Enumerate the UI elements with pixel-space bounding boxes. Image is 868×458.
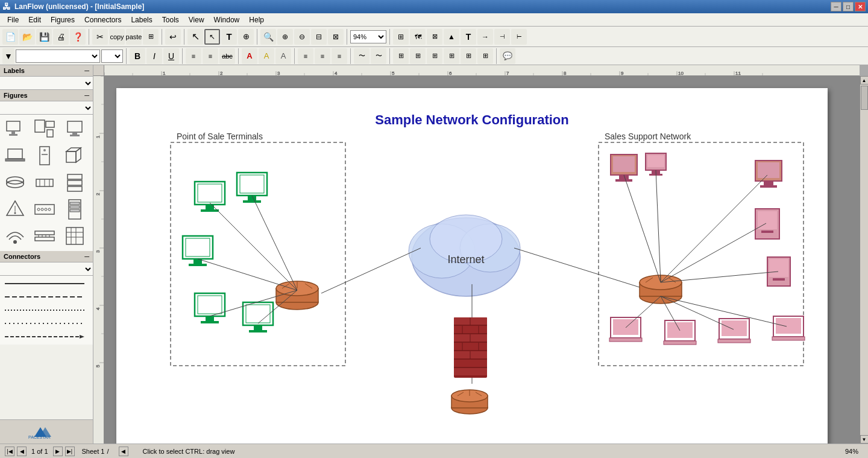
- style-dropdown-button[interactable]: ▼: [2, 48, 14, 64]
- sales-device-2[interactable]: [767, 257, 790, 286]
- undo-button[interactable]: ↩: [165, 29, 181, 45]
- note-button[interactable]: 💬: [500, 48, 515, 64]
- sales-laptop-4[interactable]: [772, 316, 805, 340]
- print-button[interactable]: 🖨: [53, 29, 69, 45]
- group1[interactable]: ⊞: [393, 48, 409, 64]
- sales-laptop-3[interactable]: [718, 319, 750, 343]
- zoom-in-button[interactable]: 🔍: [260, 29, 276, 45]
- group4[interactable]: ⊞: [444, 48, 459, 64]
- first-page-button[interactable]: |◀: [5, 447, 14, 456]
- text-label[interactable]: T: [461, 29, 476, 45]
- group6[interactable]: ⊞: [477, 48, 493, 64]
- figure-tower[interactable]: [32, 144, 57, 169]
- figures-dropdown[interactable]: [0, 101, 93, 115]
- menu-edit[interactable]: Edit: [24, 14, 46, 25]
- select-tool[interactable]: ↖: [187, 29, 203, 45]
- text-align1[interactable]: ≡: [298, 48, 313, 64]
- zoom-select[interactable]: 50% 75% 94% 100% 125% 150% 200%: [350, 30, 386, 43]
- paste-special-button[interactable]: ⊞: [143, 29, 159, 45]
- group3[interactable]: ⊞: [427, 48, 442, 64]
- figure-router[interactable]: [2, 170, 28, 196]
- copy-button[interactable]: copy: [109, 29, 125, 45]
- menu-labels[interactable]: Labels: [126, 14, 157, 25]
- connector-arrow[interactable]: [2, 332, 87, 341]
- next-page-button[interactable]: ▶: [53, 447, 63, 456]
- pos-terminal-4[interactable]: [195, 293, 225, 323]
- figures-header[interactable]: Figures ─: [0, 90, 93, 101]
- align-left[interactable]: ≡: [186, 48, 201, 64]
- bold-button[interactable]: B: [130, 48, 145, 64]
- scroll-up-button[interactable]: ▲: [860, 76, 869, 84]
- sales-laptop-1[interactable]: [609, 317, 642, 342]
- text-tool[interactable]: T: [221, 29, 237, 45]
- internet-cloud[interactable]: Internet: [409, 215, 520, 296]
- zoom-in2-button[interactable]: ⊕: [277, 29, 293, 45]
- menu-figures[interactable]: Figures: [46, 14, 80, 25]
- underline-button[interactable]: U: [163, 48, 179, 64]
- paste-button[interactable]: paste: [126, 29, 142, 45]
- scroll-left-button[interactable]: ◀: [119, 447, 128, 456]
- connector-dashed1[interactable]: [2, 293, 87, 301]
- menu-tools[interactable]: Tools: [157, 14, 184, 25]
- menu-file[interactable]: File: [2, 14, 24, 25]
- menu-window[interactable]: Window: [209, 14, 245, 25]
- last-page-button[interactable]: ▶|: [65, 447, 75, 456]
- prev-page-button[interactable]: ◀: [17, 447, 27, 456]
- figure-patch-panel[interactable]: [32, 197, 57, 222]
- arrow-right[interactable]: →: [477, 29, 493, 45]
- line-color[interactable]: A: [275, 48, 291, 64]
- figure-workstation[interactable]: [32, 117, 57, 142]
- pos-terminal-5[interactable]: [243, 302, 273, 332]
- drawing-canvas[interactable]: Sample Network Configuration Point of Sa…: [104, 76, 860, 444]
- figure-gateway[interactable]: [2, 197, 28, 222]
- zoom-out-button[interactable]: ⊖: [294, 29, 310, 45]
- sales-pc-3[interactable]: [755, 161, 782, 188]
- minimize-button[interactable]: ─: [831, 2, 841, 11]
- fill-color[interactable]: A: [259, 48, 274, 64]
- router-bottom[interactable]: [451, 390, 488, 414]
- sales-pc-1[interactable]: [611, 154, 637, 182]
- text-align2[interactable]: ≡: [315, 48, 330, 64]
- text-align3[interactable]: ≡: [332, 48, 347, 64]
- menu-view[interactable]: View: [184, 14, 209, 25]
- open-button[interactable]: 📂: [19, 29, 35, 45]
- line-end2[interactable]: ⊢: [511, 29, 527, 45]
- figure-cable[interactable]: [32, 223, 57, 249]
- connector-dotted2[interactable]: [2, 319, 87, 328]
- figure-thin-client[interactable]: [62, 117, 87, 142]
- group2[interactable]: ⊞: [410, 48, 426, 64]
- save-button[interactable]: 💾: [36, 29, 52, 45]
- bring-front[interactable]: ▲: [444, 29, 459, 45]
- strikethrough[interactable]: abc: [219, 48, 235, 64]
- connector-dotted1[interactable]: [2, 306, 87, 314]
- curve1[interactable]: 〜: [354, 48, 370, 64]
- canvas-area[interactable]: 1 2 3 4 5 6 7 8 9: [93, 65, 868, 444]
- italic-button[interactable]: I: [146, 48, 162, 64]
- figure-3d-box[interactable]: [62, 144, 87, 169]
- curve2[interactable]: 〜: [371, 48, 386, 64]
- firewall[interactable]: [454, 317, 487, 378]
- labels-dropdown[interactable]: [0, 77, 93, 90]
- sales-laptop-2[interactable]: [664, 320, 696, 345]
- select-all-tool[interactable]: ↖: [204, 29, 220, 45]
- help-button[interactable]: ❓: [70, 29, 86, 45]
- scroll-down-button[interactable]: ▼: [860, 435, 869, 444]
- figure-server[interactable]: [62, 170, 87, 196]
- figure-wireless[interactable]: [2, 223, 28, 249]
- snap-button[interactable]: 🗺: [410, 29, 426, 45]
- pos-terminal-1[interactable]: [195, 182, 225, 212]
- group5[interactable]: ⊞: [461, 48, 476, 64]
- align-button[interactable]: ⊠: [427, 29, 442, 45]
- zoom-width-button[interactable]: ⊟: [311, 29, 327, 45]
- font-select[interactable]: [16, 49, 100, 63]
- figure-desktop-pc[interactable]: [2, 117, 28, 142]
- figure-laptop[interactable]: [2, 144, 28, 169]
- font-size-select[interactable]: [101, 49, 123, 63]
- scroll-thumb[interactable]: [861, 86, 868, 110]
- figure-switch[interactable]: [32, 170, 57, 196]
- line-end1[interactable]: ⊣: [494, 29, 510, 45]
- labels-header[interactable]: Labels ─: [0, 65, 93, 77]
- pos-terminal-2[interactable]: [237, 173, 267, 203]
- close-button[interactable]: ✕: [855, 2, 866, 11]
- menu-connectors[interactable]: Connectors: [80, 14, 126, 25]
